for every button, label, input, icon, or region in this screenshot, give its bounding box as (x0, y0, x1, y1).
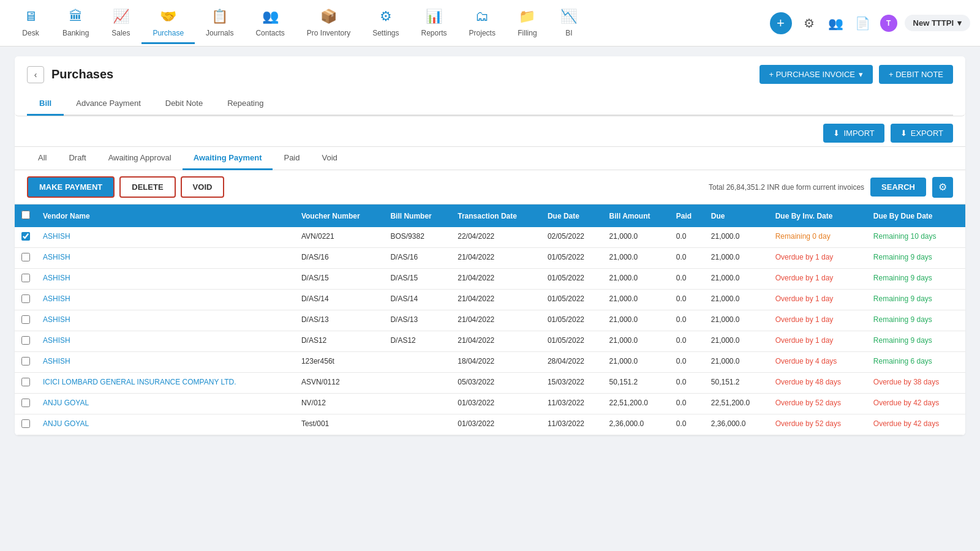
nav-item-pro-inventory[interactable]: 📦 Pro Inventory (296, 2, 361, 44)
header-buttons: + PURCHASE INVOICE ▾ + DEBIT NOTE (760, 65, 954, 84)
import-icon: ⬇ (833, 129, 840, 138)
due-by-due-date: Remaining 9 days (867, 310, 965, 331)
column-header-due: Due (705, 204, 769, 227)
paid: 0.0 (670, 414, 705, 435)
filter-tab-paid[interactable]: Paid (273, 147, 311, 170)
nav-item-journals[interactable]: 📋 Journals (195, 2, 244, 44)
import-button[interactable]: ⬇ IMPORT (823, 124, 884, 143)
filter-tabs: AllDraftAwaiting ApprovalAwaiting Paymen… (15, 147, 965, 170)
row-checkbox-6[interactable] (15, 352, 37, 373)
page-title-row: ‹ Purchases (27, 66, 113, 83)
filter-tab-all[interactable]: All (27, 147, 58, 170)
settings-icon[interactable]: ⚙ (799, 13, 819, 33)
vendor-name[interactable]: ASHISH (37, 352, 295, 373)
tab-advance-payment[interactable]: Advance Payment (64, 92, 153, 116)
vendor-name[interactable]: ASHISH (37, 331, 295, 352)
filter-tab-awaiting-payment[interactable]: Awaiting Payment (183, 147, 273, 170)
make-payment-button[interactable]: MAKE PAYMENT (27, 176, 115, 198)
column-header-voucher-number: Voucher Number (295, 204, 385, 227)
vendor-name[interactable]: ASHISH (37, 290, 295, 310)
due-by-inv-date: Overdue by 1 day (769, 310, 867, 331)
delete-button[interactable]: DELETE (119, 176, 175, 198)
search-button[interactable]: SEARCH (870, 178, 926, 197)
sales-nav-label: Sales (111, 29, 130, 37)
tab-repeating[interactable]: Repeating (215, 92, 276, 116)
nav-items: 🖥 Desk 🏛 Banking 📈 Sales 🤝 Purchase 📋 Jo… (10, 2, 770, 44)
row-checkbox-4[interactable] (15, 310, 37, 331)
voucher-number: AVN/0221 (295, 227, 385, 248)
row-checkbox-7[interactable] (15, 373, 37, 394)
purchase-invoice-button[interactable]: + PURCHASE INVOICE ▾ (760, 65, 873, 84)
avatar[interactable]: T (880, 15, 897, 32)
tab-bill[interactable]: Bill (27, 92, 64, 116)
nav-right: + ⚙ 👥 📄 T New TTTPI ▾ (770, 12, 970, 34)
due-date: 01/05/2022 (541, 269, 603, 290)
desk-nav-label: Desk (22, 29, 39, 37)
document-icon[interactable]: 📄 (853, 13, 873, 33)
journals-nav-label: Journals (206, 29, 233, 37)
nav-item-bi[interactable]: 📉 BI (548, 2, 590, 44)
nav-item-sales[interactable]: 📈 Sales (100, 2, 141, 44)
bi-nav-label: BI (565, 29, 572, 37)
voucher-number: ASVN/0112 (295, 373, 385, 394)
row-checkbox-5[interactable] (15, 331, 37, 352)
due-date: 01/05/2022 (541, 248, 603, 269)
table-row: ICICI LOMBARD GENERAL INSURANCE COMPANY … (15, 373, 965, 394)
vendor-name[interactable]: ASHISH (37, 227, 295, 248)
tab-debit-note[interactable]: Debit Note (153, 92, 215, 116)
due: 21,000.0 (705, 310, 769, 331)
due: 2,36,000.0 (705, 414, 769, 435)
nav-item-reports[interactable]: 📊 Reports (410, 2, 458, 44)
nav-item-filling[interactable]: 📁 Filling (507, 2, 548, 44)
due-date: 11/03/2022 (541, 394, 603, 414)
row-checkbox-2[interactable] (15, 269, 37, 290)
due-by-due-date: Overdue by 42 days (867, 394, 965, 414)
export-button[interactable]: ⬇ EXPORT (891, 124, 953, 143)
main-content: ‹ Purchases + PURCHASE INVOICE ▾ + DEBIT… (0, 47, 980, 445)
voucher-number: 123er456t (295, 352, 385, 373)
nav-item-projects[interactable]: 🗂 Projects (458, 2, 507, 44)
purchase-invoice-label: + PURCHASE INVOICE (769, 70, 856, 79)
due-by-inv-date: Overdue by 48 days (769, 373, 867, 394)
users-icon[interactable]: 👥 (826, 13, 846, 33)
nav-item-desk[interactable]: 🖥 Desk (10, 2, 51, 44)
debit-note-button[interactable]: + DEBIT NOTE (879, 65, 953, 84)
select-all-checkbox[interactable] (21, 211, 30, 219)
table-settings-button[interactable]: ⚙ (932, 177, 953, 198)
new-tttpi-button[interactable]: New TTTPI ▾ (905, 15, 970, 31)
voucher-number: Test/001 (295, 414, 385, 435)
due-by-due-date: Overdue by 42 days (867, 414, 965, 435)
filter-tab-draft[interactable]: Draft (58, 147, 97, 170)
top-navigation: 🖥 Desk 🏛 Banking 📈 Sales 🤝 Purchase 📋 Jo… (0, 0, 980, 47)
transaction-date: 22/04/2022 (451, 227, 541, 248)
transaction-date: 21/04/2022 (451, 290, 541, 310)
due: 21,000.0 (705, 331, 769, 352)
vendor-name[interactable]: ASHISH (37, 310, 295, 331)
add-button[interactable]: + (770, 12, 792, 34)
transaction-date: 18/04/2022 (451, 352, 541, 373)
vendor-name[interactable]: ICICI LOMBARD GENERAL INSURANCE COMPANY … (37, 373, 295, 394)
due-date: 11/03/2022 (541, 414, 603, 435)
nav-item-banking[interactable]: 🏛 Banking (51, 2, 100, 44)
void-button[interactable]: VOID (181, 176, 225, 198)
vendor-name[interactable]: ASHISH (37, 269, 295, 290)
nav-item-contacts[interactable]: 👥 Contacts (244, 2, 295, 44)
row-checkbox-8[interactable] (15, 394, 37, 414)
bill-amount: 21,000.0 (603, 227, 670, 248)
vendor-name[interactable]: ASHISH (37, 248, 295, 269)
row-checkbox-1[interactable] (15, 248, 37, 269)
back-button[interactable]: ‹ (27, 66, 44, 83)
vendor-name[interactable]: ANJU GOYAL (37, 414, 295, 435)
journals-nav-icon: 📋 (210, 7, 230, 26)
filter-tab-awaiting-approval[interactable]: Awaiting Approval (97, 147, 183, 170)
nav-item-settings[interactable]: ⚙ Settings (361, 2, 410, 44)
vendor-name[interactable]: ANJU GOYAL (37, 394, 295, 414)
due: 50,151.2 (705, 373, 769, 394)
page-title: Purchases (51, 67, 113, 81)
nav-item-purchase[interactable]: 🤝 Purchase (141, 2, 195, 44)
row-checkbox-0[interactable] (15, 227, 37, 248)
row-checkbox-9[interactable] (15, 414, 37, 435)
bill-number: BOS/9382 (384, 227, 451, 248)
row-checkbox-3[interactable] (15, 290, 37, 310)
filter-tab-void[interactable]: Void (311, 147, 349, 170)
